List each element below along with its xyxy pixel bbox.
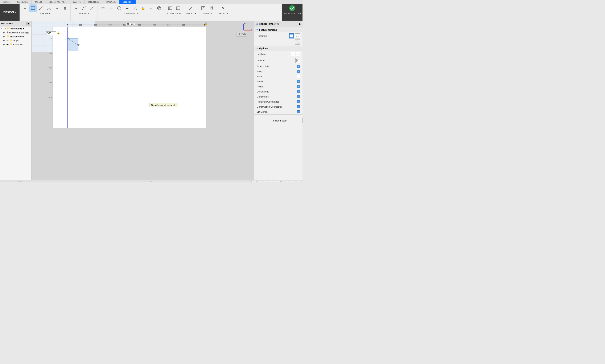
nav-play-btn[interactable]: ▶	[132, 181, 136, 182]
3d-sketch-checkbox[interactable]: ✓	[297, 110, 300, 113]
origin-folder-icon: 📁	[10, 39, 13, 42]
constraints-checkbox[interactable]: ✓	[297, 95, 300, 98]
offset-curve-icon[interactable]	[88, 4, 96, 12]
tab-surface[interactable]: SURFACE	[14, 0, 32, 4]
arc-tool-icon[interactable]	[45, 4, 53, 12]
profile-checkbox[interactable]: ✓	[297, 80, 300, 83]
inspect-section-label[interactable]: INSPECT	[186, 13, 196, 15]
modify-section-label[interactable]: MODIFY	[79, 13, 89, 15]
nav-last-btn[interactable]: ⏭	[143, 181, 147, 182]
rect-btn-3[interactable]	[295, 39, 300, 45]
snap-row: Snap ✓	[254, 69, 302, 74]
constraints-section-label[interactable]: CONSTRAINTS	[123, 13, 139, 15]
finish-sketch-section-label[interactable]: FINISH SKETCH	[284, 13, 301, 15]
tab-manage[interactable]: MANAGE	[102, 0, 119, 4]
tab-plastic[interactable]: PLASTIC	[68, 0, 85, 4]
feature-options-header[interactable]: ▼ Feature Options	[254, 27, 302, 32]
toolbar: DESIGN ↩ △ ⊟ CREATE ✂	[0, 4, 302, 21]
constraint8-icon[interactable]	[155, 4, 163, 12]
offset-icon[interactable]: ⊟	[61, 4, 69, 12]
comments-collapse-btn[interactable]: +	[18, 181, 21, 182]
fillet-icon[interactable]	[80, 4, 88, 12]
dim-lock-560[interactable]: 🔒	[57, 31, 60, 35]
configure1-icon[interactable]	[167, 4, 174, 12]
constraint4-icon[interactable]: ═	[123, 4, 131, 12]
look-at-btn[interactable]	[295, 58, 300, 63]
options-header[interactable]: ▼ Options	[254, 46, 302, 51]
sketch-plane: 125 250 375 500 625 750 800 625 125 250 …	[53, 27, 206, 128]
rectangle-label: Rectangle	[257, 35, 267, 37]
profile-row: Profile ✓	[254, 79, 302, 84]
tab-mesh[interactable]: MESH	[32, 0, 45, 4]
snap-checkbox[interactable]: ✓	[297, 70, 300, 73]
orbit-tool[interactable]	[251, 181, 256, 182]
inspect1-icon[interactable]	[187, 4, 195, 12]
settings-gear[interactable]: ⚙	[297, 181, 301, 182]
eye3-icon[interactable]: 👁	[7, 43, 9, 46]
rect-btn-1[interactable]	[289, 33, 294, 39]
browser-item-doc-settings[interactable]: ▶ ⚙ Document Settings	[0, 30, 31, 35]
line-tool-icon[interactable]	[37, 4, 45, 12]
insert2-icon[interactable]: 🖼	[208, 4, 215, 12]
finish-sketch-icon[interactable]	[289, 4, 296, 12]
rectangle-tool-icon[interactable]	[29, 4, 37, 12]
construction-geometries-checkbox[interactable]: ✓	[297, 105, 300, 108]
constraint6-icon[interactable]: 🔒	[139, 4, 147, 12]
select-section-label[interactable]: SELECT	[219, 13, 228, 15]
canvas-area[interactable]: 125 250 375 500 625 750 800 625 125 250 …	[32, 21, 254, 180]
constraint3-icon[interactable]	[115, 4, 123, 12]
tab-utilities[interactable]: UTILITIES	[85, 0, 102, 4]
configure-section-label[interactable]: CONFIGURE	[167, 13, 181, 15]
pan-tool[interactable]: ✋	[257, 181, 262, 182]
configure2-icon[interactable]	[174, 4, 182, 12]
browser-item-named-views[interactable]: ▶ 📁 Named Views	[0, 35, 31, 39]
zoom-fit-tool[interactable]: ⊞	[269, 181, 273, 182]
tab-solid[interactable]: SOLID	[0, 0, 14, 4]
insert1-icon[interactable]	[199, 4, 207, 12]
palette-expand-btn[interactable]: ▶	[299, 23, 301, 26]
snap-label: Snap	[257, 70, 262, 73]
constraint7-icon[interactable]: △	[147, 4, 155, 12]
trim-icon[interactable]: ✂	[72, 4, 80, 12]
browser-item-unsaved[interactable]: ▼ 👁 📁 (Unsaved) ●	[0, 26, 31, 30]
sketch-grid-checkbox[interactable]: ✓	[297, 65, 300, 68]
linetype-btn-1[interactable]: ◁	[291, 52, 295, 56]
constraint2-icon[interactable]	[107, 4, 115, 12]
eye2-icon[interactable]: 👁	[7, 39, 9, 42]
zoom-tool[interactable]: 🔍	[263, 181, 268, 182]
dimensions-label: Dimensions	[257, 90, 269, 93]
undo-icon[interactable]: ↩	[21, 4, 29, 12]
rect-btn-2[interactable]	[295, 33, 300, 39]
animation-icon[interactable]: 🎬	[148, 181, 152, 182]
nav-next-btn[interactable]: ▶▶	[137, 181, 141, 182]
constraint1-icon[interactable]	[99, 4, 107, 12]
browser-panel: BROWSER ◀ ▼ 👁 📁 (Unsaved) ● ▶ ⚙ Document…	[0, 21, 32, 180]
nav-prev-btn[interactable]: ◀	[126, 181, 130, 182]
eye-icon[interactable]: 👁	[4, 27, 6, 30]
nav-first-btn[interactable]: ⏮	[121, 181, 125, 182]
linetype-btn-2[interactable]: ▷	[296, 52, 300, 56]
slice-checkbox[interactable]	[297, 75, 300, 78]
browser-item-origin[interactable]: ▶ 👁 📁 Origin	[0, 39, 31, 42]
svg-line-9	[134, 7, 137, 10]
triangle-icon[interactable]: △	[53, 4, 61, 12]
dim-input-560[interactable]: 560	[46, 31, 56, 35]
snap-grid-tool[interactable]: ▾	[289, 181, 296, 182]
insert-section-label[interactable]: INSERT	[203, 13, 212, 15]
design-button[interactable]: DESIGN	[0, 4, 20, 21]
projected-geometries-checkbox[interactable]: ✓	[297, 100, 300, 103]
select1-icon[interactable]: ↖	[220, 4, 227, 12]
tab-sketch[interactable]: SKETCH	[119, 0, 136, 4]
svg-point-11	[158, 7, 161, 10]
dim-lock-940[interactable]: 🔒	[204, 22, 208, 25]
display-mode-tool[interactable]: ▾	[274, 181, 281, 182]
browser-collapse-btn[interactable]: ◀	[26, 22, 30, 26]
points-checkbox[interactable]: ✓	[297, 85, 300, 88]
dimensions-checkbox[interactable]: ✓	[297, 90, 300, 93]
constraint5-icon[interactable]	[132, 4, 139, 12]
grid-display-tool[interactable]: ▾	[281, 181, 288, 182]
browser-item-sketches[interactable]: ▶ 👁 📁 Sketches	[0, 42, 31, 46]
finish-sketch-palette-btn[interactable]: Finish Sketch	[258, 118, 302, 123]
create-section-label[interactable]: CREATE	[40, 13, 50, 15]
tab-sheet-metal[interactable]: SHEET METAL	[45, 0, 68, 4]
